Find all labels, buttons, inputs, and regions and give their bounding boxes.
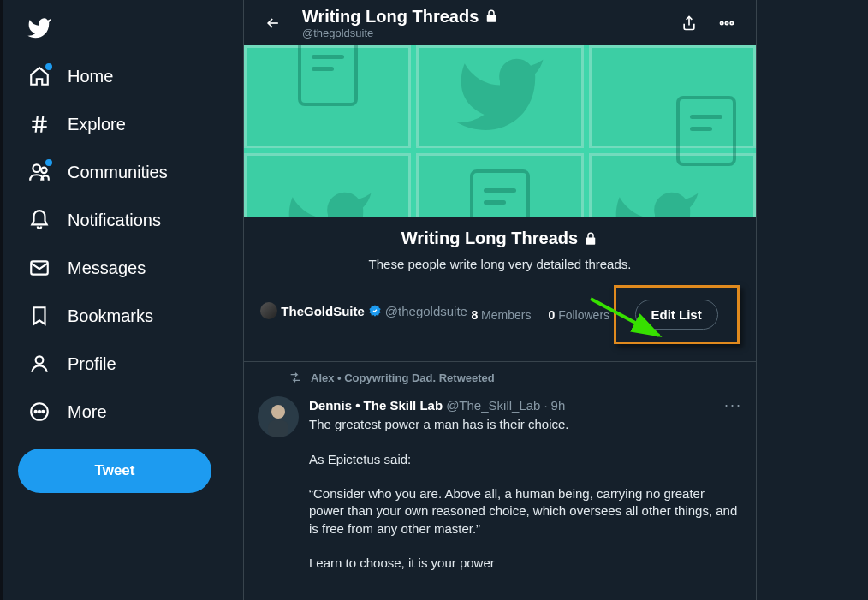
tweet-author-name[interactable]: Dennis • The Skill Lab	[309, 398, 443, 413]
header-subtitle: @thegoldsuite	[302, 27, 674, 39]
right-gutter	[757, 0, 868, 600]
retweet-icon	[288, 371, 302, 384]
tweet-author-handle[interactable]: @The_Skill_Lab	[446, 398, 540, 413]
tweet-text: The greatest power a man has is their ch…	[309, 416, 742, 572]
svg-point-10	[39, 411, 40, 413]
tweet-time[interactable]: 9h	[551, 398, 566, 413]
list-title-text: Writing Long Threads	[401, 229, 578, 248]
header-title-text: Writing Long Threads	[302, 7, 479, 27]
tweet-avatar[interactable]	[258, 396, 299, 437]
notification-dot	[45, 159, 52, 166]
tweet-button[interactable]: Tweet	[18, 449, 211, 493]
list-description: These people write long very detailed th…	[258, 257, 742, 271]
share-button[interactable]	[674, 8, 705, 39]
svg-point-14	[730, 21, 733, 24]
sidebar-item-communities[interactable]: Communities	[18, 151, 232, 193]
hash-icon	[28, 113, 51, 135]
lock-icon	[484, 9, 499, 24]
notification-dot	[45, 63, 52, 70]
members-stat[interactable]: 8 Members	[471, 308, 531, 322]
more-icon	[28, 401, 51, 423]
sidebar: Home Explore Communities Notificatio	[3, 0, 243, 600]
svg-point-5	[41, 168, 46, 174]
sidebar-item-label: Notifications	[68, 211, 161, 230]
svg-point-9	[35, 411, 37, 413]
mail-icon	[28, 257, 51, 279]
bookmark-icon	[28, 305, 51, 327]
annotation-highlight: Edit List	[614, 285, 740, 344]
edit-list-button[interactable]: Edit List	[635, 300, 718, 330]
sidebar-item-label: Explore	[68, 115, 126, 134]
retweet-indicator[interactable]: Alex • Copywriting Dad. Retweeted	[288, 371, 742, 384]
bell-icon	[28, 209, 51, 231]
communities-icon	[28, 161, 51, 183]
profile-icon	[28, 353, 51, 375]
svg-point-12	[721, 21, 723, 24]
list-header: Writing Long Threads @thegoldsuite	[244, 0, 756, 45]
sidebar-item-notifications[interactable]: Notifications	[18, 199, 232, 241]
header-title: Writing Long Threads	[302, 7, 674, 27]
tweet[interactable]: Dennis • The Skill Lab @The_Skill_Lab · …	[244, 388, 756, 572]
followers-stat[interactable]: 0 Followers	[548, 308, 609, 322]
sidebar-item-label: More	[68, 402, 107, 422]
lock-icon	[583, 231, 598, 247]
sidebar-item-label: Profile	[68, 354, 116, 374]
sidebar-item-more[interactable]: More	[18, 390, 232, 433]
back-button[interactable]	[258, 8, 288, 39]
owner-handle: @thegoldsuite	[385, 304, 467, 318]
svg-line-3	[41, 116, 43, 133]
feed: Alex • Copywriting Dad. Retweeted Dennis…	[244, 362, 756, 572]
main-column: Writing Long Threads @thegoldsuite	[243, 0, 757, 600]
svg-line-2	[36, 116, 38, 133]
home-icon	[28, 65, 51, 87]
sidebar-item-label: Bookmarks	[68, 306, 153, 326]
sidebar-item-label: Home	[68, 67, 113, 86]
twitter-logo[interactable]	[18, 7, 61, 50]
svg-point-4	[33, 164, 40, 172]
sidebar-item-home[interactable]: Home	[18, 55, 232, 98]
svg-point-11	[42, 411, 44, 413]
tweet-more-button[interactable]: ···	[724, 396, 742, 414]
verified-badge-icon	[368, 304, 382, 318]
sidebar-item-label: Messages	[68, 258, 146, 278]
sidebar-item-bookmarks[interactable]: Bookmarks	[18, 294, 232, 337]
sidebar-item-messages[interactable]: Messages	[18, 247, 232, 289]
svg-point-7	[36, 356, 44, 364]
sidebar-item-explore[interactable]: Explore	[18, 103, 232, 146]
retweet-label: Alex • Copywriting Dad. Retweeted	[311, 371, 495, 384]
svg-point-13	[725, 21, 728, 24]
list-stats: 8 Members 0 Followers	[471, 308, 609, 322]
list-banner	[244, 45, 756, 217]
list-info: Writing Long Threads These people write …	[244, 217, 756, 362]
owner-name: TheGoldSuite	[281, 304, 365, 318]
list-owner[interactable]: TheGoldSuite @thegoldsuite	[260, 302, 467, 319]
list-title: Writing Long Threads	[401, 229, 598, 248]
sidebar-item-label: Communities	[68, 163, 168, 182]
owner-avatar	[260, 302, 277, 319]
more-options-button[interactable]	[711, 8, 742, 39]
sidebar-item-profile[interactable]: Profile	[18, 342, 232, 385]
separator-dot: ·	[544, 398, 547, 413]
